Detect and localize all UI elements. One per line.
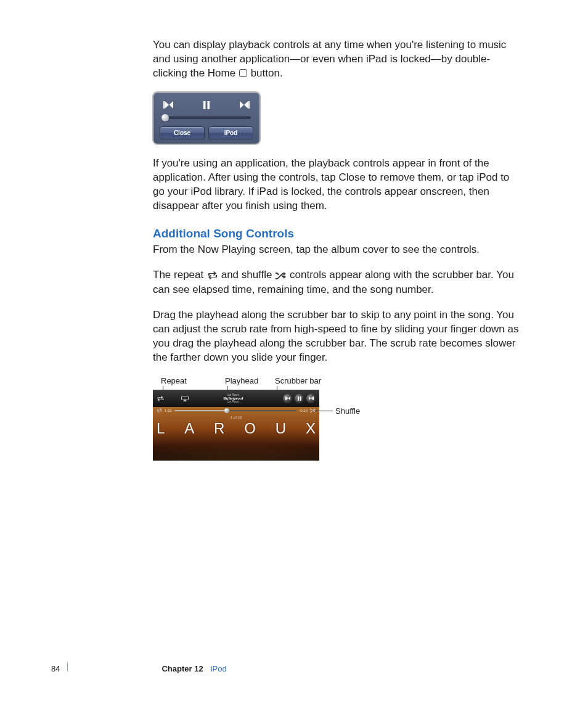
player-top-bar: La Roux Bulletproof La Roux bbox=[153, 390, 319, 407]
next-icon[interactable] bbox=[240, 101, 250, 109]
svg-rect-4 bbox=[300, 396, 301, 401]
track-meta: La Roux Bulletproof La Roux bbox=[224, 393, 243, 404]
callout-line bbox=[314, 411, 333, 411]
popup-button-row: Close iPod bbox=[160, 126, 253, 139]
popup-transport-row bbox=[160, 101, 253, 109]
scrubber-bar[interactable] bbox=[174, 410, 297, 412]
letter: O bbox=[244, 420, 256, 437]
paragraph-3: From the Now Playing screen, tap the alb… bbox=[153, 243, 523, 257]
letter: R bbox=[214, 420, 224, 437]
chapter-label: Chapter 12 bbox=[161, 664, 203, 673]
text: and shuffle bbox=[221, 269, 276, 281]
slider-thumb[interactable] bbox=[161, 114, 169, 121]
label-shuffle: Shuffle bbox=[335, 406, 360, 416]
paragraph-2: If you're using an application, the play… bbox=[153, 157, 523, 213]
letter: A bbox=[184, 420, 194, 437]
letter: X bbox=[306, 420, 316, 437]
scrubber-row: 1:22 -0:10 bbox=[157, 408, 316, 413]
scrubber-fill bbox=[174, 410, 227, 412]
paragraph-5: Drag the playhead along the scrubber bar… bbox=[153, 308, 523, 365]
album-art-letters: L A R O U X bbox=[157, 420, 316, 437]
ipod-button[interactable]: iPod bbox=[208, 126, 253, 139]
svg-rect-1 bbox=[208, 101, 210, 109]
pause-button[interactable] bbox=[295, 394, 304, 403]
home-button-icon bbox=[239, 69, 247, 77]
page-number: 84 bbox=[51, 664, 60, 673]
shuffle-icon bbox=[276, 269, 286, 284]
diagram-top-labels: Repeat Playhead Scrubber bar bbox=[153, 376, 356, 387]
playhead[interactable] bbox=[224, 408, 229, 413]
pause-icon[interactable] bbox=[203, 101, 210, 109]
label-scrubber: Scrubber bar bbox=[275, 376, 321, 385]
now-playing-player: La Roux Bulletproof La Roux bbox=[153, 390, 319, 461]
label-playhead: Playhead bbox=[225, 376, 258, 385]
repeat-icon bbox=[207, 269, 218, 284]
svg-rect-0 bbox=[203, 101, 206, 109]
volume-slider[interactable] bbox=[162, 117, 251, 119]
chapter-name: iPod bbox=[211, 664, 227, 673]
text: button. bbox=[251, 67, 283, 79]
paragraph-1: You can display playback controls at any… bbox=[153, 38, 523, 81]
text: You can display playback controls at any… bbox=[153, 39, 506, 79]
page-footer: 84 Chapter 12 iPod bbox=[51, 662, 532, 673]
transport-controls bbox=[283, 394, 316, 403]
text: The repeat bbox=[153, 269, 206, 281]
repeat-icon-small[interactable] bbox=[157, 408, 162, 413]
airplay-icon[interactable] bbox=[181, 393, 189, 404]
remaining-time: -0:10 bbox=[299, 409, 308, 413]
song-number: 1 of 13 bbox=[153, 416, 319, 419]
playback-popup: Close iPod bbox=[153, 92, 260, 144]
elapsed-time: 1:22 bbox=[165, 409, 172, 413]
paragraph-4: The repeat and shuffle controls appear a… bbox=[153, 268, 523, 298]
heading-additional-song-controls: Additional Song Controls bbox=[153, 227, 523, 240]
repeat-icon[interactable] bbox=[157, 393, 164, 404]
letter: L bbox=[157, 420, 165, 437]
content-area: You can display playback controls at any… bbox=[153, 38, 523, 461]
artist-label: La Roux bbox=[224, 393, 243, 396]
next-button[interactable] bbox=[306, 394, 316, 403]
previous-icon[interactable] bbox=[163, 101, 173, 109]
letter: U bbox=[276, 420, 286, 437]
footer-divider bbox=[67, 662, 68, 671]
album-label: La Roux bbox=[224, 400, 243, 403]
close-button[interactable]: Close bbox=[160, 126, 205, 139]
document-page: You can display playback controls at any… bbox=[0, 0, 588, 706]
label-repeat: Repeat bbox=[161, 376, 187, 385]
svg-rect-3 bbox=[298, 396, 299, 401]
previous-button[interactable] bbox=[283, 394, 292, 403]
diagram: Repeat Playhead Scrubber bar bbox=[153, 376, 356, 461]
